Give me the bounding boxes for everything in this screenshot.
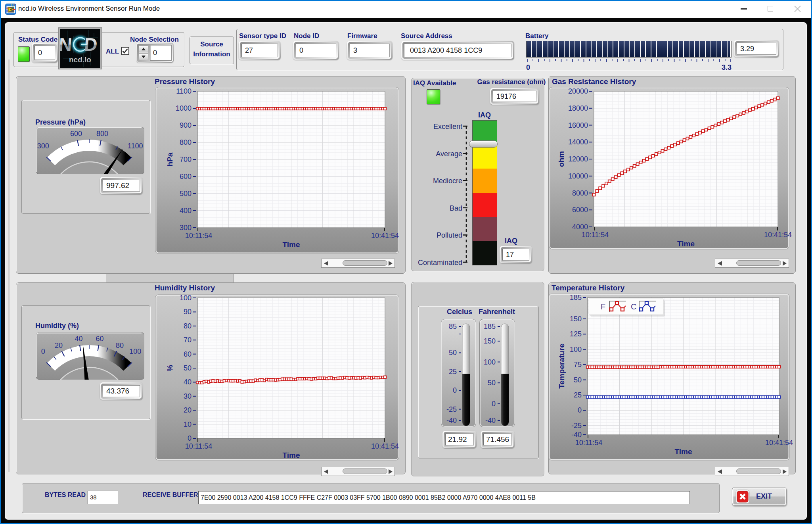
svg-text:18000: 18000 xyxy=(568,104,588,112)
svg-text:125: 125 xyxy=(570,330,582,338)
svg-text:20000: 20000 xyxy=(568,87,588,95)
svg-text:Time: Time xyxy=(674,447,692,456)
svg-text:185: 185 xyxy=(570,294,582,301)
svg-text:Time: Time xyxy=(282,240,300,249)
svg-text:0: 0 xyxy=(188,434,192,442)
svg-text:20: 20 xyxy=(55,342,63,349)
svg-text:100: 100 xyxy=(570,345,582,353)
svg-text:Temperature: Temperature xyxy=(557,344,566,389)
svg-text:600: 600 xyxy=(70,130,82,138)
svg-text:12000: 12000 xyxy=(568,155,588,163)
svg-text:150: 150 xyxy=(484,337,496,345)
svg-text:10:41:54: 10:41:54 xyxy=(371,442,399,450)
svg-text:F: F xyxy=(601,302,605,311)
svg-text:N: N xyxy=(60,34,73,55)
svg-text:-25: -25 xyxy=(571,422,582,430)
svg-text:1100: 1100 xyxy=(128,142,143,150)
svg-text:C: C xyxy=(631,302,636,311)
svg-text:ohm: ohm xyxy=(557,151,565,167)
svg-text:10000: 10000 xyxy=(568,172,588,180)
svg-text:50: 50 xyxy=(184,364,192,372)
svg-text:50: 50 xyxy=(488,379,496,387)
svg-text:300: 300 xyxy=(180,224,192,232)
svg-text:500: 500 xyxy=(180,190,192,198)
svg-text:16000: 16000 xyxy=(568,121,588,129)
svg-text:85: 85 xyxy=(449,322,457,330)
svg-text:20: 20 xyxy=(184,406,192,414)
svg-text:90: 90 xyxy=(184,308,192,316)
svg-text:40: 40 xyxy=(75,335,82,343)
svg-text:600: 600 xyxy=(180,173,192,180)
svg-text:10:11:54: 10:11:54 xyxy=(582,231,609,239)
svg-text:400: 400 xyxy=(180,207,192,215)
svg-text:80: 80 xyxy=(184,322,192,330)
svg-text:70: 70 xyxy=(184,336,192,344)
svg-text:900: 900 xyxy=(180,121,192,129)
svg-text:1000: 1000 xyxy=(176,104,192,112)
svg-text:800: 800 xyxy=(96,130,108,138)
svg-text:700: 700 xyxy=(180,155,192,163)
svg-text:hPa: hPa xyxy=(166,152,174,166)
svg-text:8000: 8000 xyxy=(572,189,588,197)
svg-text:10: 10 xyxy=(184,420,192,428)
svg-text:Time: Time xyxy=(282,451,300,459)
svg-text:100: 100 xyxy=(129,347,141,355)
svg-text:25: 25 xyxy=(449,368,457,376)
svg-text:0: 0 xyxy=(578,406,582,414)
svg-text:40: 40 xyxy=(184,378,192,386)
svg-text:800: 800 xyxy=(180,138,192,146)
svg-text:1100: 1100 xyxy=(176,87,192,95)
svg-text:100: 100 xyxy=(484,358,496,366)
svg-text:10:41:54: 10:41:54 xyxy=(764,231,792,239)
svg-text:6000: 6000 xyxy=(572,206,588,214)
svg-text:4000: 4000 xyxy=(572,223,588,231)
svg-text:10:11:54: 10:11:54 xyxy=(575,439,603,447)
svg-text:14000: 14000 xyxy=(568,138,588,146)
svg-text:0: 0 xyxy=(492,400,496,408)
svg-text:Time: Time xyxy=(677,240,695,248)
svg-text:30: 30 xyxy=(184,392,192,400)
svg-text:185: 185 xyxy=(484,322,496,330)
svg-text:-40: -40 xyxy=(446,417,457,424)
svg-text:60: 60 xyxy=(96,335,103,343)
svg-text:10:41:54: 10:41:54 xyxy=(765,439,793,447)
svg-text:-25: -25 xyxy=(446,405,457,413)
svg-text:10:11:54: 10:11:54 xyxy=(185,232,213,240)
svg-text:50: 50 xyxy=(449,349,457,357)
svg-text:80: 80 xyxy=(116,342,124,349)
svg-text:60: 60 xyxy=(184,350,192,358)
svg-text:300: 300 xyxy=(37,142,49,150)
svg-text:25: 25 xyxy=(574,391,582,399)
svg-text:75: 75 xyxy=(574,361,582,369)
svg-text:100: 100 xyxy=(180,294,192,302)
svg-text:150: 150 xyxy=(570,315,582,323)
svg-text:-40: -40 xyxy=(485,417,496,424)
svg-text:%: % xyxy=(166,365,174,371)
svg-text:10:11:54: 10:11:54 xyxy=(185,442,213,450)
svg-text:0: 0 xyxy=(41,347,45,355)
svg-text:50: 50 xyxy=(574,376,582,384)
svg-text:-40: -40 xyxy=(571,431,582,439)
svg-text:0: 0 xyxy=(453,386,457,394)
